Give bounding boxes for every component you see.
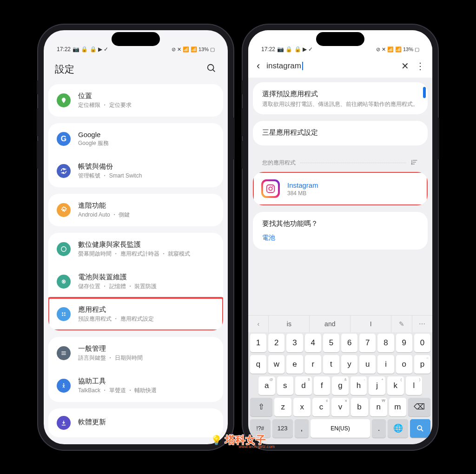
settings-card-2: G GoogleGoogle 服務 帳號與備份管理帳號 ・ Smart Swit… — [48, 123, 223, 187]
volume-down-button — [37, 141, 39, 169]
back-icon[interactable]: ‹ — [257, 60, 260, 72]
key-l[interactable]: l) — [406, 376, 423, 395]
key-dot[interactable]: . — [372, 419, 386, 438]
item-sub: 預設應用程式 ・ 應用程式設定 — [78, 315, 215, 323]
settings-item-accessibility[interactable]: 協助工具TalkBack ・ 單聲道 ・ 輔助快選 — [48, 369, 223, 402]
status-icons-right: ⊘ ✕ 📶 📶 — [172, 46, 197, 53]
settings-item-wellbeing[interactable]: 數位健康與家長監護螢幕開啟時間 ・ 應用程式計時器 ・ 就寢模式 — [48, 233, 223, 265]
key-8[interactable]: 8 — [377, 334, 394, 352]
key-numbers[interactable]: 123 — [272, 419, 293, 438]
item-title: 軟體更新 — [78, 418, 215, 427]
svg-point-3 — [61, 246, 66, 251]
svg-point-8 — [62, 314, 63, 316]
key-globe[interactable]: 🌐 — [388, 419, 408, 438]
key-q[interactable]: q — [250, 355, 266, 374]
key-h[interactable]: h- — [350, 376, 367, 395]
item-title: 電池與裝置維護 — [78, 273, 215, 282]
key-c[interactable]: c¢ — [312, 398, 330, 416]
app-instagram[interactable]: Instagram384 MB — [253, 172, 428, 205]
general-icon — [57, 346, 71, 360]
default-app-card[interactable]: 選擇預設應用程式 選取欲用以撥打電話、傳送訊息、前往網站等動作的應用程式。 — [253, 82, 428, 115]
key-0[interactable]: 0 — [414, 334, 430, 352]
item-sub: TalkBack ・ 單聲道 ・ 輔助快選 — [78, 387, 215, 395]
key-p[interactable]: p~ — [414, 355, 430, 374]
suggestion-prev-icon[interactable]: ‹ — [248, 316, 269, 332]
key-i[interactable]: i — [377, 355, 394, 374]
key-4[interactable]: 4 — [305, 334, 321, 352]
settings-card-3: 進階功能Android Auto ・ 側鍵 — [48, 194, 223, 226]
key-m[interactable]: m — [389, 398, 406, 416]
section-title: 選擇預設應用程式 — [262, 90, 418, 99]
key-j[interactable]: j+ — [369, 376, 385, 395]
item-title: 協助工具 — [78, 377, 215, 386]
key-t[interactable]: t — [323, 355, 339, 374]
other-link-battery[interactable]: 電池 — [262, 234, 418, 242]
key-1[interactable]: 1 — [250, 334, 266, 352]
watermark-url: www.tech-girlz.com — [239, 444, 275, 449]
key-comma[interactable]: , — [295, 419, 309, 438]
settings-item-update[interactable]: 軟體更新 — [48, 408, 223, 437]
more-icon[interactable]: ⋮ — [416, 60, 424, 72]
status-icons-right: ⊘ ✕ 📶 📶 — [376, 46, 402, 53]
key-shift[interactable]: ⇧ — [250, 398, 272, 416]
key-f[interactable]: f — [314, 376, 331, 395]
key-d[interactable]: d$ — [295, 376, 312, 395]
key-search[interactable] — [410, 419, 430, 438]
key-5[interactable]: 5 — [323, 334, 339, 352]
key-a[interactable]: a@ — [258, 376, 275, 395]
item-title: 數位健康與家長監護 — [78, 240, 215, 249]
key-y[interactable]: y — [341, 355, 357, 374]
search-icon[interactable] — [206, 63, 217, 75]
status-time: 17:22 — [57, 46, 71, 53]
key-b[interactable]: b — [351, 398, 368, 416]
settings-item-general[interactable]: 一般管理語言與鍵盤 ・ 日期與時間 — [48, 337, 223, 369]
key-g[interactable]: g& — [332, 376, 349, 395]
key-space[interactable]: EN(US) — [311, 419, 370, 438]
settings-item-advanced[interactable]: 進階功能Android Auto ・ 側鍵 — [48, 194, 223, 226]
page-title: 設定 — [55, 63, 74, 76]
key-x[interactable]: x — [293, 398, 311, 416]
key-u[interactable]: u — [359, 355, 376, 374]
key-k[interactable]: k( — [387, 376, 404, 395]
key-r[interactable]: r — [305, 355, 321, 374]
suggestion-word[interactable]: I — [350, 316, 391, 332]
gear-icon — [57, 203, 71, 217]
key-6[interactable]: 6 — [341, 334, 357, 352]
key-2[interactable]: 2 — [268, 334, 284, 352]
other-question: 要找其他功能嗎？ — [262, 219, 418, 228]
settings-item-accounts[interactable]: 帳號與備份管理帳號 ・ Smart Switch — [48, 155, 223, 187]
sort-icon[interactable] — [411, 158, 418, 167]
key-o[interactable]: o — [396, 355, 412, 374]
battery-icon: ▢ — [415, 46, 419, 53]
settings-item-location[interactable]: 位置定位權限 ・ 定位要求 — [48, 84, 223, 117]
settings-item-google[interactable]: G GoogleGoogle 服務 — [48, 123, 223, 155]
key-w[interactable]: w — [268, 355, 284, 374]
volume-up-button — [37, 108, 39, 136]
item-sub: Android Auto ・ 側鍵 — [78, 211, 215, 219]
app-name: Instagram — [287, 181, 419, 189]
key-v[interactable]: v¥ — [331, 398, 349, 416]
suggestion-more-icon[interactable]: ⋯ — [412, 316, 432, 332]
key-3[interactable]: 3 — [286, 334, 303, 352]
scroll-indicator[interactable] — [423, 87, 426, 98]
section-title: 三星應用程式設定 — [262, 128, 418, 137]
key-7[interactable]: 7 — [359, 334, 376, 352]
suggestion-edit-icon[interactable]: ✎ — [391, 316, 412, 332]
item-sub: Google 服務 — [78, 139, 215, 147]
key-s[interactable]: s — [277, 376, 294, 395]
key-backspace[interactable]: ⌫ — [408, 398, 430, 416]
key-n[interactable]: n₩ — [370, 398, 387, 416]
svg-point-19 — [272, 186, 273, 187]
samsung-app-card[interactable]: 三星應用程式設定 — [253, 121, 428, 145]
key-e[interactable]: e — [286, 355, 303, 374]
key-9[interactable]: 9 — [396, 334, 412, 352]
settings-item-battery[interactable]: 電池與裝置維護儲存位置 ・ 記憶體 ・ 裝置防護 — [48, 265, 223, 298]
key-z[interactable]: z — [274, 398, 291, 416]
settings-item-apps[interactable]: 應用程式預設應用程式 ・ 應用程式設定 — [48, 298, 223, 330]
mute-switch — [37, 80, 39, 94]
search-input[interactable]: instagram — [266, 61, 395, 71]
suggestion-word[interactable]: is — [269, 316, 310, 332]
other-features-card: 要找其他功能嗎？ 電池 — [253, 212, 428, 250]
clear-icon[interactable]: ✕ — [401, 60, 409, 72]
suggestion-word[interactable]: and — [310, 316, 350, 332]
